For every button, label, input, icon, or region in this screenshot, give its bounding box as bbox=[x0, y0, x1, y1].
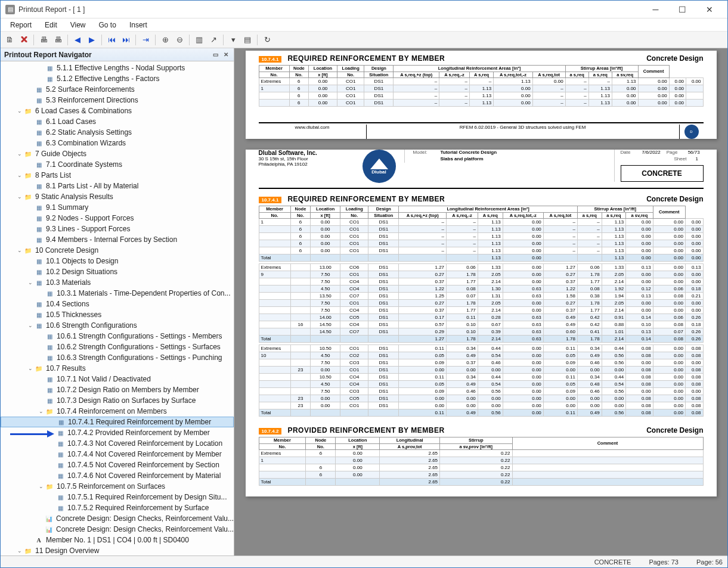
refresh-icon[interactable]: ↻ bbox=[261, 33, 274, 46]
tree-item[interactable]: ⌄📁9 Static Analysis Results bbox=[1, 191, 234, 202]
tree-item[interactable]: ▦10.6.3 Strength Configurations - Settin… bbox=[1, 352, 234, 363]
tree-item[interactable]: ⌄📁10.7 Results bbox=[1, 363, 234, 374]
tree-item[interactable]: ▦9.4 Members - Internal Forces by Sectio… bbox=[1, 234, 234, 245]
tree-item[interactable]: ▦10.7.4.2 Provided Reinforcement by Memb… bbox=[1, 427, 234, 438]
tree-item[interactable]: ▦10.7.4.6 Not Covered Reinforcement by M… bbox=[1, 470, 234, 481]
tree-item-label: 10.7.4 Reinforcement on Members bbox=[57, 407, 167, 415]
minimize-button[interactable]: ─ bbox=[642, 1, 669, 18]
page-down-icon[interactable]: ▾ bbox=[227, 33, 240, 46]
tree-item[interactable]: ▦10.7.4.4 Not Covered Reinforcement by M… bbox=[1, 449, 234, 460]
required-reinforcement-table-1: MemberNodeLocationLoadingDesignLongitudi… bbox=[259, 65, 704, 107]
delete-icon[interactable]: 🗙 bbox=[17, 33, 30, 46]
tree-item[interactable]: ▦10.7.5.2 Required Reinforcement by Surf… bbox=[1, 502, 234, 513]
table-icon: ▦ bbox=[34, 278, 44, 287]
tree-item[interactable]: ▦6.2 Static Analysis Settings bbox=[1, 127, 234, 138]
last-icon[interactable]: ⏭ bbox=[119, 33, 132, 46]
tree-item[interactable]: ▦9.1 Summary bbox=[1, 202, 234, 213]
table-icon: ▦ bbox=[34, 257, 44, 265]
navigator-close-icon[interactable]: ✕ bbox=[222, 51, 230, 59]
tree-item[interactable]: ▦5.1.1 Effective Lengths - Nodal Support… bbox=[1, 63, 234, 73]
zoom-in-icon[interactable]: ⊕ bbox=[159, 33, 172, 46]
text-icon: A bbox=[34, 536, 44, 544]
tree-item-label: 6.1 Load Cases bbox=[46, 117, 96, 126]
report-viewport[interactable]: 10.7.4.1 REQUIRED REINFORCEMENT BY MEMBE… bbox=[234, 48, 727, 555]
tree-item[interactable]: ▦5.2 Surface Reinforcements bbox=[1, 84, 234, 95]
tree-item-label: 10.1 Objects to Design bbox=[46, 257, 118, 265]
tree-item[interactable]: ▦10.7.3 Design Ratio on Surfaces by Surf… bbox=[1, 395, 234, 406]
navigator-tree[interactable]: ▦5.1.1 Effective Lengths - Nodal Support… bbox=[1, 61, 234, 555]
tree-item[interactable]: ▦10.3.1 Materials - Time-Dependent Prope… bbox=[1, 288, 234, 299]
menu-goto[interactable]: Go to bbox=[93, 20, 122, 30]
tree-item-label: 10.6.1 Strength Configurations - Setting… bbox=[57, 332, 222, 340]
tree-item[interactable]: ⌄📁10.7.4 Reinforcement on Members bbox=[1, 406, 234, 417]
page-setup-icon[interactable]: ▥ bbox=[193, 33, 206, 46]
tree-item-label: 10 Concrete Design bbox=[35, 246, 98, 254]
menu-report[interactable]: Report bbox=[4, 20, 38, 30]
tree-item[interactable]: ▦5.3 Reinforcement Directions bbox=[1, 95, 234, 105]
tree-item[interactable]: ▦10.7.4.1 Required Reinforcement by Memb… bbox=[1, 417, 234, 427]
tree-item[interactable]: ▦8.1 Parts List - All by Material bbox=[1, 181, 234, 191]
tree-item[interactable]: ▦5.1.2 Effective Lengths - Factors bbox=[1, 73, 234, 84]
menu-edit[interactable]: Edit bbox=[39, 20, 63, 30]
tree-item[interactable]: ▦10.2 Design Situations bbox=[1, 266, 234, 277]
status-page: Page: 56 bbox=[696, 558, 723, 566]
tree-item[interactable]: ⌄▦10.3 Materials bbox=[1, 277, 234, 288]
new-icon[interactable]: 🗎 bbox=[3, 33, 16, 46]
tree-item[interactable]: ⌄📁10.7.5 Reinforcement on Surfaces bbox=[1, 481, 234, 492]
footer-logo: D bbox=[680, 125, 704, 139]
tree-item[interactable]: ⌄📁6 Load Cases & Combinations bbox=[1, 105, 234, 116]
menu-view[interactable]: View bbox=[64, 20, 92, 30]
tree-item[interactable]: ⌄📁10 Concrete Design bbox=[1, 245, 234, 256]
section-tag: 10.7.4.2 bbox=[259, 428, 282, 434]
table-icon: ▦ bbox=[55, 450, 65, 458]
next-icon[interactable]: ▶ bbox=[85, 33, 98, 46]
tree-item[interactable]: ▦6.3 Combination Wizards bbox=[1, 138, 234, 148]
dlubal-logo-icon: Dlubal bbox=[363, 150, 396, 183]
tree-item[interactable]: ⌄▦10.6 Strength Configurations bbox=[1, 320, 234, 331]
tree-item[interactable]: ▦7.1 Coordinate Systems bbox=[1, 159, 234, 170]
goto-icon[interactable]: ⇥ bbox=[139, 33, 152, 46]
section-right: Concrete Design bbox=[646, 426, 703, 434]
zoom-out-icon[interactable]: ⊖ bbox=[173, 33, 186, 46]
page-config-icon[interactable]: ▤ bbox=[241, 33, 254, 46]
tree-item-label: 8.1 Parts List - All by Material bbox=[46, 182, 138, 190]
navigator-undock-icon[interactable]: ▭ bbox=[211, 51, 219, 59]
table-icon: ▦ bbox=[34, 311, 44, 319]
tree-item[interactable]: ▦10.5 Thicknesses bbox=[1, 309, 234, 320]
first-icon[interactable]: ⏮ bbox=[105, 33, 118, 46]
print-icon[interactable]: 🖶 bbox=[37, 33, 50, 46]
tree-item[interactable]: ▦10.7.1 Not Valid / Deactivated bbox=[1, 374, 234, 384]
tree-item[interactable]: ⌄📁7 Guide Objects bbox=[1, 148, 234, 159]
tree-item-label: 10.6.2 Strength Configurations - Setting… bbox=[57, 343, 221, 351]
folder-icon: 📁 bbox=[23, 107, 33, 115]
tree-item[interactable]: ▦10.7.5.1 Required Reinforcement by Desi… bbox=[1, 492, 234, 502]
close-button[interactable]: ✕ bbox=[696, 1, 723, 18]
tree-item[interactable]: AMember No. 1 | DS1 | CO4 | 0.00 ft | SD… bbox=[1, 535, 234, 545]
menu-insert[interactable]: Insert bbox=[123, 20, 153, 30]
tree-item[interactable]: ▦10.7.2 Design Ratio on Members by Membe… bbox=[1, 384, 234, 395]
table-icon: ▦ bbox=[56, 418, 66, 426]
tree-item-label: 10.6.3 Strength Configurations - Setting… bbox=[57, 353, 222, 362]
tree-item[interactable]: ▦10.4 Sections bbox=[1, 299, 234, 309]
tree-item[interactable]: ▦9.3 Lines - Support Forces bbox=[1, 224, 234, 234]
tree-item[interactable]: ▦9.2 Nodes - Support Forces bbox=[1, 213, 234, 224]
print-all-icon[interactable]: 🖶 bbox=[51, 33, 64, 46]
tree-item-label: 9.1 Summary bbox=[46, 203, 88, 212]
tree-item-label: 10.7.4.2 Provided Reinforcement by Membe… bbox=[67, 429, 210, 437]
export-icon[interactable]: ↗ bbox=[207, 33, 220, 46]
tree-item[interactable]: ▦10.6.2 Strength Configurations - Settin… bbox=[1, 342, 234, 352]
tree-item[interactable]: ▦10.7.4.3 Not Covered Reinforcement by L… bbox=[1, 438, 234, 449]
tree-item[interactable]: ▦10.7.4.5 Not Covered Reinforcement by S… bbox=[1, 460, 234, 470]
tree-item[interactable]: ⌄📁11 Design Overview bbox=[1, 545, 234, 555]
tree-item[interactable]: 📊Concrete Design: Design Checks, Reinfor… bbox=[1, 513, 234, 524]
maximize-button[interactable]: ☐ bbox=[669, 1, 696, 18]
folder-icon: 📁 bbox=[23, 150, 33, 158]
tree-item[interactable]: ▦10.6.1 Strength Configurations - Settin… bbox=[1, 331, 234, 342]
navigator-header: Printout Report Navigator ▭ ✕ bbox=[1, 48, 234, 61]
prev-icon[interactable]: ◀ bbox=[71, 33, 84, 46]
tree-item[interactable]: ⌄📁8 Parts List bbox=[1, 170, 234, 181]
tree-item-label: 10.3 Materials bbox=[46, 278, 91, 287]
tree-item[interactable]: ▦6.1 Load Cases bbox=[1, 116, 234, 127]
tree-item[interactable]: 📊Concrete Design: Design Checks, Reinfor… bbox=[1, 524, 234, 535]
tree-item[interactable]: ▦10.1 Objects to Design bbox=[1, 256, 234, 266]
